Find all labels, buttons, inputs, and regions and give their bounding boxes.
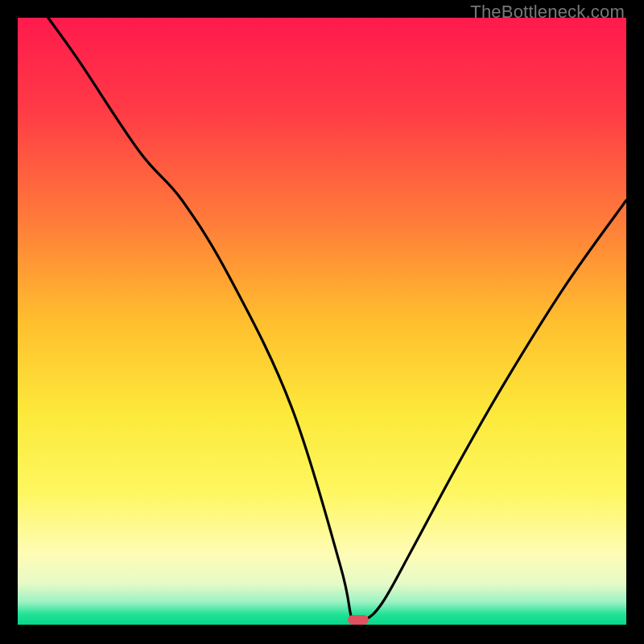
bottleneck-curve (18, 18, 626, 626)
optimal-marker (348, 615, 369, 625)
plot-area (18, 18, 626, 626)
chart-container: TheBottleneck.com (0, 0, 644, 644)
